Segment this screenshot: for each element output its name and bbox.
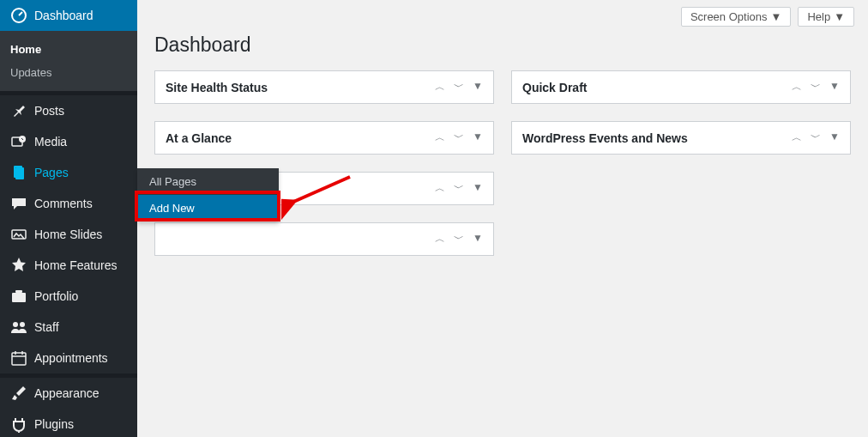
panel-generic: ︿﹀▼ (154, 222, 494, 256)
toggle-icon[interactable]: ▼ (829, 130, 840, 145)
groups-icon (10, 319, 27, 336)
move-up-icon[interactable]: ︿ (435, 232, 445, 246)
chevron-down-icon: ▼ (771, 10, 782, 23)
sidebar-item-home-slides[interactable]: Home Slides (0, 219, 137, 250)
panel-wp-events-news: WordPress Events and News ︿﹀▼ (511, 121, 851, 155)
sidebar-label: Appearance (34, 386, 99, 400)
help-label: Help (807, 10, 830, 23)
svg-rect-5 (15, 167, 24, 179)
svg-point-9 (13, 322, 18, 327)
sidebar-subitem-home[interactable]: Home (0, 38, 137, 61)
sidebar-item-posts[interactable]: Posts (0, 95, 137, 126)
screen-options-button[interactable]: Screen Options▼ (681, 7, 791, 27)
sidebar-label: Home Slides (34, 228, 102, 241)
sidebar-item-home-features[interactable]: Home Features (0, 250, 137, 281)
dashboard-columns: Site Health Status ︿﹀▼ At a Glance ︿﹀▼ ︿… (154, 70, 851, 256)
dashboard-icon (10, 7, 27, 24)
screen-options-label: Screen Options (690, 10, 768, 23)
calendar-icon (10, 349, 27, 367)
svg-rect-7 (12, 293, 26, 302)
sidebar-label: Dashboard (34, 9, 93, 22)
move-up-icon[interactable]: ︿ (435, 80, 445, 94)
chevron-down-icon: ▼ (834, 10, 845, 23)
panel-controls: ︿﹀▼ (435, 130, 483, 145)
move-up-icon[interactable]: ︿ (435, 181, 445, 196)
sidebar-label: Staff (34, 320, 59, 334)
flyout-item-all-pages[interactable]: All Pages (137, 168, 279, 195)
panel-controls: ︿﹀▼ (792, 130, 840, 145)
admin-sidebar: Dashboard Home Updates Posts Media Pages… (0, 0, 137, 437)
panel-title: WordPress Events and News (522, 131, 688, 145)
panel-title: At a Glance (166, 131, 232, 145)
sidebar-item-dashboard[interactable]: Dashboard (0, 0, 137, 31)
move-up-icon[interactable]: ︿ (792, 130, 802, 145)
move-up-icon[interactable]: ︿ (792, 80, 802, 94)
top-row: Screen Options▼ Help▼ (154, 0, 854, 27)
panel-controls: ︿﹀▼ (435, 181, 483, 196)
panel-at-a-glance: At a Glance ︿﹀▼ (154, 121, 494, 155)
sidebar-label: Portfolio (34, 289, 78, 303)
flyout-item-add-new[interactable]: Add New (137, 195, 279, 222)
panel-quick-draft: Quick Draft ︿﹀▼ (511, 70, 851, 104)
toggle-icon[interactable]: ▼ (829, 80, 840, 94)
move-down-icon[interactable]: ﹀ (811, 80, 821, 94)
star-icon (10, 257, 27, 274)
move-down-icon[interactable]: ﹀ (454, 130, 464, 145)
svg-point-10 (20, 322, 25, 327)
right-column: Quick Draft ︿﹀▼ WordPress Events and New… (511, 70, 851, 256)
panel-controls: ︿﹀▼ (435, 232, 483, 246)
sidebar-item-appearance[interactable]: Appearance (0, 378, 137, 409)
brush-icon (10, 385, 27, 402)
sidebar-label: Pages (34, 166, 69, 179)
move-down-icon[interactable]: ﹀ (811, 130, 821, 145)
sidebar-item-staff[interactable]: Staff (0, 312, 137, 343)
svg-rect-11 (12, 353, 26, 365)
sidebar-item-appointments[interactable]: Appointments (0, 343, 137, 373)
sidebar-item-plugins[interactable]: Plugins (0, 409, 137, 437)
sidebar-item-pages[interactable]: Pages (0, 157, 137, 188)
page-icon (10, 164, 27, 181)
left-column: Site Health Status ︿﹀▼ At a Glance ︿﹀▼ ︿… (154, 70, 494, 256)
sidebar-label: Home Features (34, 258, 117, 272)
portfolio-icon (10, 288, 27, 305)
move-down-icon[interactable]: ﹀ (454, 181, 464, 196)
media-icon (10, 133, 27, 150)
sidebar-item-portfolio[interactable]: Portfolio (0, 281, 137, 312)
pushpin-icon (10, 102, 27, 119)
page-title: Dashboard (154, 27, 851, 70)
panel-site-health: Site Health Status ︿﹀▼ (154, 70, 494, 104)
panel-title: Site Health Status (166, 81, 268, 94)
sidebar-label: Comments (34, 197, 93, 210)
toggle-icon[interactable]: ▼ (473, 181, 483, 196)
move-down-icon[interactable]: ﹀ (454, 232, 464, 246)
sidebar-item-comments[interactable]: Comments (0, 188, 137, 219)
sidebar-submenu-dashboard: Home Updates (0, 31, 137, 91)
sidebar-label: Media (34, 135, 67, 149)
toggle-icon[interactable]: ▼ (473, 80, 483, 94)
panel-controls: ︿﹀▼ (435, 80, 483, 94)
toggle-icon[interactable]: ▼ (473, 130, 483, 145)
toggle-icon[interactable]: ▼ (473, 232, 483, 246)
svg-rect-8 (15, 290, 22, 293)
plugin-icon (10, 416, 27, 433)
panel-controls: ︿﹀▼ (792, 80, 840, 94)
slides-icon (10, 226, 27, 243)
move-up-icon[interactable]: ︿ (435, 130, 445, 145)
sidebar-label: Appointments (34, 351, 108, 365)
sidebar-subitem-updates[interactable]: Updates (0, 61, 137, 84)
pages-flyout-menu: All Pages Add New (137, 168, 279, 222)
help-button[interactable]: Help▼ (798, 7, 854, 27)
sidebar-label: Posts (34, 104, 64, 118)
comment-icon (10, 195, 27, 212)
sidebar-label: Plugins (34, 417, 74, 431)
panel-title: Quick Draft (522, 81, 587, 94)
move-down-icon[interactable]: ﹀ (454, 80, 464, 94)
sidebar-item-media[interactable]: Media (0, 126, 137, 157)
